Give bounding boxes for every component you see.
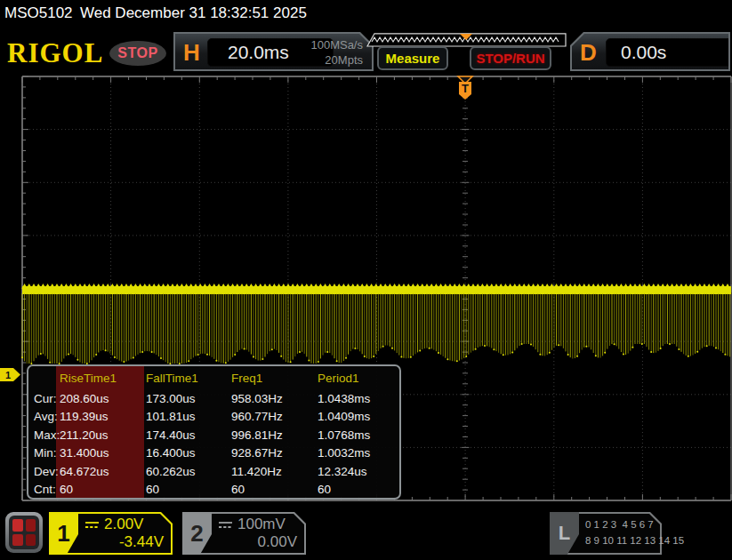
d-panel-inner: D 0.00s	[572, 34, 728, 69]
apps-grid-icon[interactable]	[5, 512, 43, 553]
horizontal-timebase-panel[interactable]: H 20.0ms 100MSa/s 20Mpts	[173, 32, 374, 71]
trigger-delay-panel[interactable]: D 0.00s	[570, 32, 730, 71]
meas-value: 12.324us	[316, 465, 399, 478]
svg-text:1: 1	[5, 370, 11, 380]
meas-col-header[interactable]: Freq1	[229, 372, 316, 385]
meas-col-header[interactable]: FallTime1	[144, 372, 229, 385]
meas-value: 60	[58, 483, 144, 496]
digital-row-0-7: 0 1 2 3 4 5 6 7	[585, 519, 654, 530]
meas-value: 60	[229, 483, 316, 496]
meas-value: 101.81us	[144, 410, 229, 423]
meas-value: 208.60us	[58, 392, 144, 405]
d-label: D	[580, 39, 597, 67]
run-state-badge: STOP	[109, 41, 166, 66]
digital-channel-numbers: 0 1 2 3 4 5 6 78 9 10 11 12 13 14 15	[585, 516, 684, 548]
meas-col-header[interactable]: RiseTime1	[58, 372, 144, 385]
acquisition-rates: 100MSa/s 20Mpts	[310, 37, 363, 68]
apps-grid-icon-inner	[9, 516, 39, 549]
dc-coupling-icon	[84, 520, 100, 530]
app-square	[12, 534, 23, 547]
channel2-scale: 100mV	[237, 516, 286, 533]
meas-row-label: Cnt:	[28, 483, 58, 496]
model-name: MSO5102	[4, 4, 73, 22]
h-label: H	[183, 39, 200, 67]
app-square	[26, 519, 36, 532]
channel1-scale: 2.00V	[104, 516, 143, 533]
memory-depth: 20Mpts	[310, 52, 363, 68]
meas-value: 1.0409ms	[316, 410, 399, 423]
measurement-grid: RiseTime1 FallTime1 Freq1 Period1 Cur: 2…	[28, 366, 399, 499]
rigol-logo: RIGOL	[7, 37, 103, 69]
meas-value: 211.20us	[58, 428, 144, 442]
meas-value: 60.262us	[144, 465, 229, 478]
digital-row-8-15: 8 9 10 11 12 13 14 15	[585, 535, 684, 546]
delay-value[interactable]: 0.00s	[606, 38, 732, 67]
oscilloscope-screen: MSO5102 Wed December 31 18:32:51 2025 RI…	[0, 0, 732, 560]
bottom-status-bar: 1 2.00V -3.44V 2 100mV 0.00V	[0, 505, 732, 560]
logic-analyzer-status-block[interactable]: L 0 1 2 3 4 5 6 78 9 10 11 12 13 14 15	[550, 512, 662, 555]
sample-rate: 100MSa/s	[310, 37, 363, 52]
meas-row-label: Max:	[28, 428, 58, 442]
datetime-label: Wed December 31 18:32:51 2025	[80, 4, 307, 22]
channel1-ground-marker-icon[interactable]: 1	[0, 75, 27, 505]
meas-value: 173.00us	[144, 392, 229, 405]
stop-run-button[interactable]: STOP/RUN	[470, 46, 551, 70]
meas-value: 958.03Hz	[229, 392, 316, 405]
meas-row-label: Dev:	[28, 465, 58, 478]
meas-value: 16.400us	[144, 446, 229, 460]
channel1-status-block[interactable]: 1 2.00V -3.44V	[49, 512, 173, 555]
h-panel-inner: H 20.0ms 100MSa/s 20Mpts	[175, 34, 372, 69]
header-bar: RIGOL STOP H 20.0ms 100MSa/s 20Mpts Meas…	[0, 27, 732, 75]
app-square	[12, 519, 23, 532]
meas-value: 1.0032ms	[316, 446, 399, 460]
channel2-status-block[interactable]: 2 100mV 0.00V	[182, 512, 306, 555]
meas-value: 996.81Hz	[229, 428, 316, 442]
meas-value: 928.67Hz	[229, 446, 316, 460]
measurement-results-panel[interactable]: RiseTime1 FallTime1 Freq1 Period1 Cur: 2…	[27, 364, 401, 500]
meas-value: 60	[316, 483, 399, 496]
meas-value: 1.0768ms	[316, 428, 399, 442]
meas-value: 60	[144, 483, 229, 496]
meas-value: 31.400us	[58, 446, 144, 460]
meas-value: 11.420Hz	[229, 465, 316, 478]
waveform-memory-bar[interactable]	[366, 33, 567, 47]
top-status-bar: MSO5102 Wed December 31 18:32:51 2025	[0, 0, 732, 27]
meas-value: 960.77Hz	[229, 410, 316, 423]
meas-value: 174.40us	[144, 428, 229, 442]
meas-col-header[interactable]: Period1	[316, 372, 399, 385]
meas-value: 119.39us	[58, 410, 144, 423]
app-square	[26, 534, 36, 547]
meas-value: 64.672us	[58, 465, 144, 478]
channel2-offset: 0.00V	[258, 533, 297, 551]
meas-row-label: Cur:	[28, 392, 58, 405]
waveform-display-area: T 1 RiseTime1 FallTime1 Freq1 Period1 Cu…	[0, 75, 732, 505]
channel1-offset: -3.44V	[119, 533, 164, 551]
meas-row-label: Avg:	[28, 410, 58, 423]
meas-row-label: Min:	[28, 446, 58, 460]
measure-button[interactable]: Measure	[377, 46, 448, 70]
dc-coupling-icon	[218, 520, 233, 530]
meas-value: 1.0438ms	[316, 392, 399, 405]
